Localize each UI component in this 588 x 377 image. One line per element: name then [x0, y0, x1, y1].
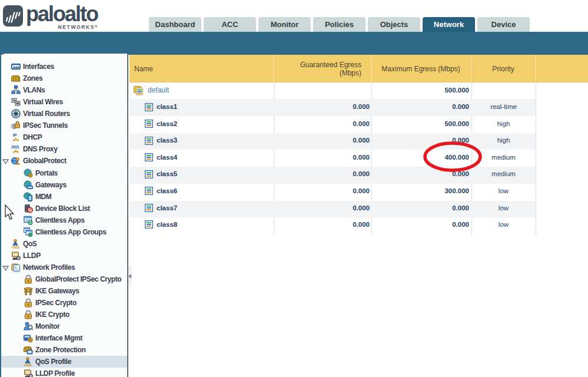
svg-text:QoS: QoS: [24, 363, 32, 367]
svg-text:QoS: QoS: [12, 244, 19, 249]
svg-text:IP: IP: [13, 133, 17, 138]
svg-text:DNS: DNS: [12, 145, 20, 149]
